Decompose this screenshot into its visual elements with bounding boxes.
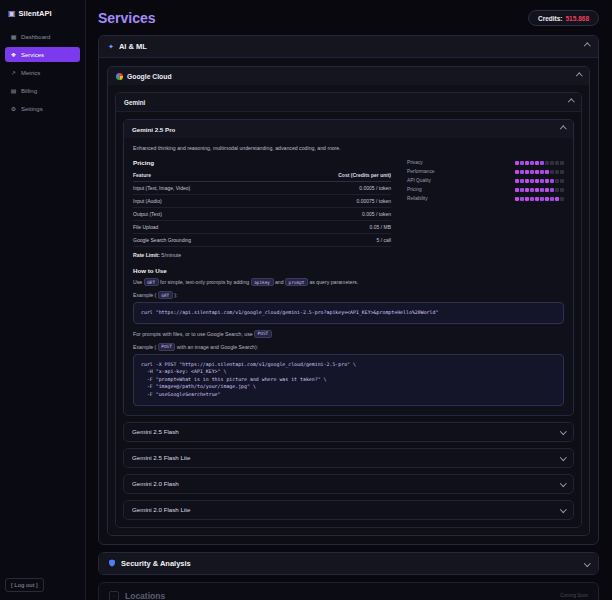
credits-badge: Credits: 515.868 <box>528 10 599 26</box>
pricing-table: Feature Cost (Credits per unit) Input (T… <box>133 170 391 247</box>
shield-icon <box>108 559 116 568</box>
sidebar-item-services[interactable]: ❖Services <box>5 47 80 62</box>
sidebar-item-dashboard[interactable]: ▦Dashboard <box>5 29 80 44</box>
app-logo: ▣ SilentAPI <box>5 9 80 29</box>
rate-limit-value: 5/minute <box>161 252 181 258</box>
section-ai-ml: ✦ AI & ML Google Cloud <box>98 35 599 545</box>
page-title: Services <box>98 10 156 26</box>
pricing-cost: 0.05 / MB <box>268 221 391 234</box>
app-name: SilentAPI <box>19 9 52 18</box>
model-row-title: Gemini 2.5 Flash Lite <box>132 454 190 461</box>
coming-soon-title: Locations <box>125 591 165 600</box>
services-icon: ❖ <box>10 51 17 58</box>
pricing-feature: Google Search Grounding <box>133 234 268 247</box>
pricing-row: Output (Text)0.005 / token <box>133 208 391 221</box>
model-row-collapsed[interactable]: Gemini 2.5 Flash Lite <box>123 448 574 468</box>
pricing-row: Google Search Grounding5 / call <box>133 234 391 247</box>
sidebar-item-label: Settings <box>21 106 43 112</box>
model-row-collapsed[interactable]: Gemini 2.0 Flash <box>123 474 574 494</box>
rating-row: API Quality <box>407 178 564 183</box>
model-row-collapsed[interactable]: Gemini 2.0 Flash Lite <box>123 500 574 520</box>
pricing-row: Input (Text, Image, Video)0.0005 / token <box>133 182 391 195</box>
sections-stack: ✦ AI & ML Google Cloud <box>98 35 599 600</box>
apikey-param-chip: apikey <box>251 278 274 286</box>
pricing-col-cost: Cost (Credits per unit) <box>268 170 391 182</box>
sidebar-nav: ▦Dashboard❖Services↗Metrics▤Billing⚙Sett… <box>5 29 80 116</box>
settings-icon: ⚙ <box>10 105 17 112</box>
section-locations: ○LocationsComing Soon <box>98 582 599 600</box>
section-ai-ml-header[interactable]: ✦ AI & ML <box>99 36 598 58</box>
rating-bar <box>515 161 564 165</box>
page-header: Services Credits: 515.868 <box>98 10 599 26</box>
sparkles-icon: ✦ <box>108 43 114 50</box>
how-to-use-title: How to Use <box>133 267 564 274</box>
section-security-analysis-title: Security & Analysis <box>121 559 191 568</box>
rating-bar <box>515 197 564 201</box>
chevron-down-icon <box>560 480 566 486</box>
model-gemini-2-5-pro-header[interactable]: Gemini 2.5 Pro <box>124 120 573 138</box>
dashboard-icon: ▦ <box>10 33 17 40</box>
model-description: Enhanced thinking and reasoning, multimo… <box>133 145 564 151</box>
model-family-gemini-body: Gemini 2.5 Pro Enhanced thinking and rea… <box>116 112 581 527</box>
model-family-gemini: Gemini Gemini 2.5 Pro <box>115 92 582 528</box>
chevron-up-icon <box>576 73 582 79</box>
model-row-title: Gemini 2.5 Flash <box>132 428 179 435</box>
pricing-title: Pricing <box>133 159 391 166</box>
credits-value: 515.868 <box>566 15 590 22</box>
pricing-and-ratings: Pricing Feature Cost (Credits per unit) <box>133 159 564 258</box>
rating-bar <box>515 188 564 192</box>
pricing-feature: Output (Text) <box>133 208 268 221</box>
get-code-block: curl "https://api.silentapi.com/v1/googl… <box>133 302 564 324</box>
credits-label: Credits: <box>538 15 563 22</box>
chevron-up-icon <box>584 43 590 49</box>
model-row-collapsed[interactable]: Gemini 2.5 Flash <box>123 422 574 442</box>
rating-label: Privacy <box>407 160 515 165</box>
sidebar-item-label: Dashboard <box>21 34 50 40</box>
rate-limit: Rate Limit: 5/minute <box>133 252 391 258</box>
provider-google-cloud: Google Cloud Gemini <box>107 66 590 536</box>
billing-icon: ▤ <box>10 87 17 94</box>
post-instructions: For prompts with files, or to use Google… <box>133 330 564 338</box>
rate-limit-label: Rate Limit: <box>133 252 160 258</box>
get-method-chip: GET <box>144 278 159 286</box>
rating-row: Privacy <box>407 160 564 165</box>
pricing-cost: 0.005 / token <box>268 208 391 221</box>
pricing-table-body: Input (Text, Image, Video)0.0005 / token… <box>133 182 391 247</box>
usage-instructions: Use GET for simple, text-only prompts by… <box>133 278 564 286</box>
sidebar-item-metrics[interactable]: ↗Metrics <box>5 65 80 80</box>
rating-label: Performance <box>407 169 515 174</box>
pricing-column: Pricing Feature Cost (Credits per unit) <box>133 159 391 258</box>
chevron-down-icon <box>560 428 566 434</box>
google-logo-icon <box>116 73 123 80</box>
chevron-down-icon <box>584 560 590 566</box>
post-method-chip: POST <box>158 343 176 351</box>
section-ai-ml-body: Google Cloud Gemini <box>99 58 598 544</box>
sidebar: ▣ SilentAPI ▦Dashboard❖Services↗Metrics▤… <box>0 0 86 600</box>
provider-google-cloud-header[interactable]: Google Cloud <box>108 67 589 85</box>
chevron-down-icon <box>560 506 566 512</box>
pricing-row: Input (Audio)0.00075 / token <box>133 195 391 208</box>
post-method-chip: POST <box>254 330 272 338</box>
pricing-feature: Input (Audio) <box>133 195 268 208</box>
rating-label: Reliability <box>407 196 515 201</box>
rating-bar <box>515 170 564 174</box>
coming-soon-badge: Coming Soon <box>560 593 588 598</box>
rating-bar <box>515 179 564 183</box>
location-icon: ○ <box>109 591 119 600</box>
pricing-cost: 0.0005 / token <box>268 182 391 195</box>
metrics-icon: ↗ <box>10 69 17 76</box>
section-security-analysis-header[interactable]: Security & Analysis <box>99 553 598 574</box>
sidebar-item-billing[interactable]: ▤Billing <box>5 83 80 98</box>
rating-row: Performance <box>407 169 564 174</box>
logout-button[interactable]: [ Log out ] <box>5 578 44 592</box>
pricing-col-feature: Feature <box>133 170 268 182</box>
sidebar-item-settings[interactable]: ⚙Settings <box>5 101 80 116</box>
model-family-gemini-header[interactable]: Gemini <box>116 93 581 112</box>
rating-row: Pricing <box>407 187 564 192</box>
app-logo-icon: ▣ <box>8 10 16 18</box>
post-code-block: curl -X POST "https://api.silentapi.com/… <box>133 354 564 406</box>
pricing-header-row: Feature Cost (Credits per unit) <box>133 170 391 182</box>
pricing-row: File Upload0.05 / MB <box>133 221 391 234</box>
get-method-chip: GET <box>158 291 173 299</box>
prompt-param-chip: prompt <box>285 278 308 286</box>
